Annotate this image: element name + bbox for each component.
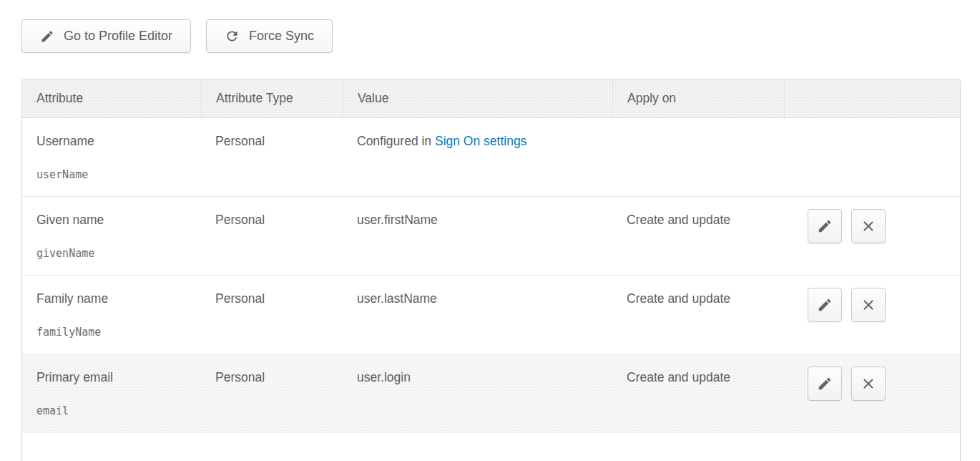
column-header-actions bbox=[784, 79, 960, 117]
pencil-icon bbox=[817, 297, 833, 313]
pencil-icon bbox=[40, 29, 54, 44]
table-header: Attribute Attribute Type Value Apply on bbox=[22, 79, 960, 118]
cell-value: user.login bbox=[343, 354, 612, 432]
cell-attribute: Family name familyName bbox=[22, 276, 201, 354]
remove-attribute-button[interactable] bbox=[851, 288, 886, 322]
cell-attribute-type: Personal bbox=[201, 276, 343, 354]
cell-attribute: Given name givenName bbox=[22, 197, 201, 275]
attribute-type-value: Personal bbox=[215, 213, 265, 227]
table-row: Given name givenName Personal user.first… bbox=[22, 197, 960, 276]
row-actions bbox=[784, 197, 960, 243]
cell-actions bbox=[784, 354, 960, 432]
attribute-type-value: Personal bbox=[215, 134, 265, 148]
go-to-profile-editor-label: Go to Profile Editor bbox=[64, 29, 172, 44]
value-text: user.lastName bbox=[357, 291, 437, 306]
attribute-label: Primary email bbox=[36, 369, 194, 386]
cell-actions bbox=[784, 197, 960, 275]
column-header-apply-on: Apply on bbox=[612, 79, 784, 117]
table-row: Family name familyName Personal user.las… bbox=[22, 276, 960, 354]
row-actions bbox=[784, 276, 960, 322]
edit-attribute-button[interactable] bbox=[808, 209, 842, 243]
edit-attribute-button[interactable] bbox=[808, 367, 842, 401]
apply-on-value: Create and update bbox=[627, 370, 730, 384]
cell-attribute-type: Personal bbox=[201, 118, 343, 196]
attribute-variable-name: givenName bbox=[36, 246, 194, 262]
sign-on-settings-link[interactable]: Sign On settings bbox=[435, 134, 526, 148]
cell-actions bbox=[784, 118, 960, 196]
cell-value: user.lastName bbox=[343, 276, 612, 354]
table-body: Username userName Personal Configured in… bbox=[22, 118, 960, 433]
go-to-profile-editor-button[interactable]: Go to Profile Editor bbox=[21, 19, 191, 53]
cell-apply-on: Create and update bbox=[612, 354, 784, 432]
cell-apply-on: Create and update bbox=[612, 276, 784, 354]
cell-apply-on: Create and update bbox=[612, 197, 784, 275]
edit-attribute-button[interactable] bbox=[808, 288, 842, 322]
row-actions bbox=[784, 354, 960, 401]
pencil-icon bbox=[817, 376, 833, 392]
pencil-icon bbox=[817, 218, 833, 234]
close-icon bbox=[861, 297, 876, 313]
table-row: Username userName Personal Configured in… bbox=[22, 118, 960, 197]
column-header-attribute-type: Attribute Type bbox=[201, 79, 343, 117]
attribute-variable-name: userName bbox=[36, 167, 194, 183]
attribute-mappings-table: Attribute Attribute Type Value Apply on … bbox=[21, 79, 961, 461]
cell-apply-on bbox=[612, 118, 784, 196]
cell-value: user.firstName bbox=[343, 197, 612, 275]
cell-actions bbox=[784, 276, 960, 354]
force-sync-button[interactable]: Force Sync bbox=[206, 19, 333, 53]
table-row-partial bbox=[22, 433, 960, 461]
value-text: user.firstName bbox=[357, 213, 438, 227]
attribute-variable-name: familyName bbox=[36, 324, 194, 341]
apply-on-value: Create and update bbox=[627, 213, 730, 227]
column-header-attribute: Attribute bbox=[22, 79, 201, 117]
value-text: user.login bbox=[357, 370, 411, 384]
attribute-label: Family name bbox=[36, 291, 194, 307]
remove-attribute-button[interactable] bbox=[851, 209, 886, 243]
force-sync-label: Force Sync bbox=[249, 29, 314, 44]
attribute-label: Username bbox=[36, 133, 194, 150]
cell-value: Configured in Sign On settings bbox=[343, 118, 612, 196]
close-icon bbox=[861, 376, 876, 392]
value-text: Configured in bbox=[357, 134, 435, 148]
attribute-type-value: Personal bbox=[215, 291, 265, 306]
close-icon bbox=[861, 218, 876, 234]
cell-attribute-type: Personal bbox=[201, 354, 343, 432]
attribute-type-value: Personal bbox=[215, 370, 265, 384]
remove-attribute-button[interactable] bbox=[851, 367, 886, 401]
column-header-value: Value bbox=[343, 79, 612, 117]
table-row: Primary email email Personal user.login … bbox=[22, 354, 960, 433]
attribute-variable-name: email bbox=[36, 403, 194, 419]
toolbar: Go to Profile Editor Force Sync bbox=[21, 19, 333, 53]
cell-attribute: Primary email email bbox=[22, 354, 201, 432]
apply-on-value: Create and update bbox=[627, 291, 730, 306]
refresh-icon bbox=[225, 29, 240, 44]
attribute-label: Given name bbox=[36, 212, 194, 228]
cell-attribute-type: Personal bbox=[201, 197, 343, 275]
cell-attribute: Username userName bbox=[22, 118, 201, 196]
